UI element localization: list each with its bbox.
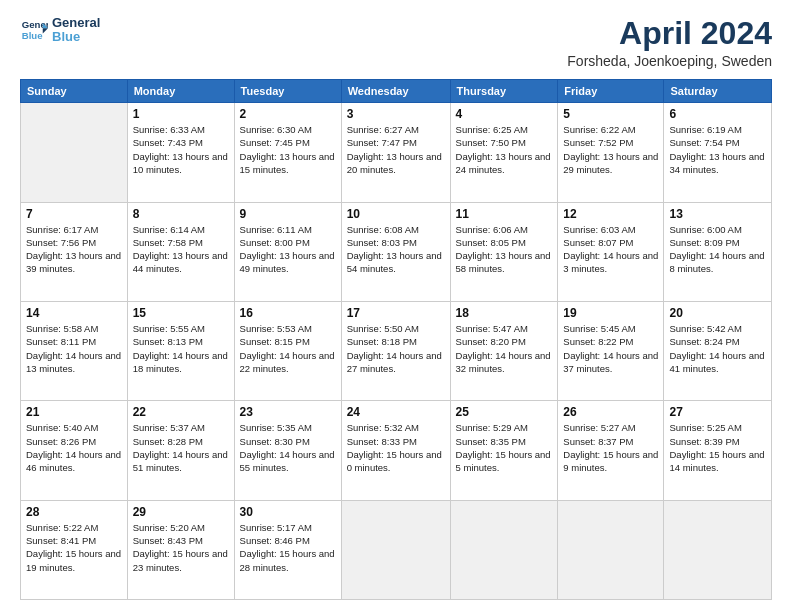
calendar-cell: 10Sunrise: 6:08 AMSunset: 8:03 PMDayligh…: [341, 202, 450, 301]
calendar-cell: 26Sunrise: 5:27 AMSunset: 8:37 PMDayligh…: [558, 401, 664, 500]
col-header-friday: Friday: [558, 80, 664, 103]
calendar-cell: 30Sunrise: 5:17 AMSunset: 8:46 PMDayligh…: [234, 500, 341, 599]
calendar-cell: 14Sunrise: 5:58 AMSunset: 8:11 PMDayligh…: [21, 301, 128, 400]
col-header-sunday: Sunday: [21, 80, 128, 103]
calendar-cell: 12Sunrise: 6:03 AMSunset: 8:07 PMDayligh…: [558, 202, 664, 301]
calendar-cell: 5Sunrise: 6:22 AMSunset: 7:52 PMDaylight…: [558, 103, 664, 202]
calendar-cell: 23Sunrise: 5:35 AMSunset: 8:30 PMDayligh…: [234, 401, 341, 500]
calendar-cell: 27Sunrise: 5:25 AMSunset: 8:39 PMDayligh…: [664, 401, 772, 500]
calendar-cell: 9Sunrise: 6:11 AMSunset: 8:00 PMDaylight…: [234, 202, 341, 301]
col-header-wednesday: Wednesday: [341, 80, 450, 103]
calendar-cell: 8Sunrise: 6:14 AMSunset: 7:58 PMDaylight…: [127, 202, 234, 301]
day-info: Sunrise: 5:20 AMSunset: 8:43 PMDaylight:…: [133, 521, 229, 574]
calendar-cell: 17Sunrise: 5:50 AMSunset: 8:18 PMDayligh…: [341, 301, 450, 400]
day-info: Sunrise: 5:55 AMSunset: 8:13 PMDaylight:…: [133, 322, 229, 375]
page: General Blue General Blue April 2024 For…: [0, 0, 792, 612]
day-number: 3: [347, 107, 445, 121]
day-info: Sunrise: 5:35 AMSunset: 8:30 PMDaylight:…: [240, 421, 336, 474]
calendar-cell: [558, 500, 664, 599]
calendar-cell: 29Sunrise: 5:20 AMSunset: 8:43 PMDayligh…: [127, 500, 234, 599]
calendar-cell: 7Sunrise: 6:17 AMSunset: 7:56 PMDaylight…: [21, 202, 128, 301]
title-block: April 2024 Forsheda, Joenkoeping, Sweden: [567, 16, 772, 69]
day-number: 17: [347, 306, 445, 320]
calendar-table: SundayMondayTuesdayWednesdayThursdayFrid…: [20, 79, 772, 600]
logo-general: General: [52, 16, 100, 30]
day-info: Sunrise: 6:30 AMSunset: 7:45 PMDaylight:…: [240, 123, 336, 176]
day-info: Sunrise: 5:50 AMSunset: 8:18 PMDaylight:…: [347, 322, 445, 375]
day-number: 20: [669, 306, 766, 320]
day-number: 9: [240, 207, 336, 221]
day-info: Sunrise: 5:53 AMSunset: 8:15 PMDaylight:…: [240, 322, 336, 375]
calendar-cell: 16Sunrise: 5:53 AMSunset: 8:15 PMDayligh…: [234, 301, 341, 400]
logo-icon: General Blue: [20, 16, 48, 44]
day-info: Sunrise: 6:00 AMSunset: 8:09 PMDaylight:…: [669, 223, 766, 276]
calendar-cell: 20Sunrise: 5:42 AMSunset: 8:24 PMDayligh…: [664, 301, 772, 400]
calendar-cell: 19Sunrise: 5:45 AMSunset: 8:22 PMDayligh…: [558, 301, 664, 400]
svg-text:Blue: Blue: [22, 30, 43, 41]
calendar-cell: 4Sunrise: 6:25 AMSunset: 7:50 PMDaylight…: [450, 103, 558, 202]
day-info: Sunrise: 6:33 AMSunset: 7:43 PMDaylight:…: [133, 123, 229, 176]
day-info: Sunrise: 6:06 AMSunset: 8:05 PMDaylight:…: [456, 223, 553, 276]
day-info: Sunrise: 5:47 AMSunset: 8:20 PMDaylight:…: [456, 322, 553, 375]
day-info: Sunrise: 5:32 AMSunset: 8:33 PMDaylight:…: [347, 421, 445, 474]
day-number: 27: [669, 405, 766, 419]
calendar-cell: 3Sunrise: 6:27 AMSunset: 7:47 PMDaylight…: [341, 103, 450, 202]
subtitle: Forsheda, Joenkoeping, Sweden: [567, 53, 772, 69]
header: General Blue General Blue April 2024 For…: [20, 16, 772, 69]
day-info: Sunrise: 5:25 AMSunset: 8:39 PMDaylight:…: [669, 421, 766, 474]
day-number: 7: [26, 207, 122, 221]
day-number: 4: [456, 107, 553, 121]
calendar-cell: 2Sunrise: 6:30 AMSunset: 7:45 PMDaylight…: [234, 103, 341, 202]
calendar-cell: [341, 500, 450, 599]
day-number: 28: [26, 505, 122, 519]
day-number: 15: [133, 306, 229, 320]
day-number: 21: [26, 405, 122, 419]
day-number: 10: [347, 207, 445, 221]
calendar-cell: [21, 103, 128, 202]
calendar-cell: [450, 500, 558, 599]
day-number: 19: [563, 306, 658, 320]
day-number: 26: [563, 405, 658, 419]
logo: General Blue General Blue: [20, 16, 100, 45]
day-info: Sunrise: 6:08 AMSunset: 8:03 PMDaylight:…: [347, 223, 445, 276]
col-header-monday: Monday: [127, 80, 234, 103]
col-header-thursday: Thursday: [450, 80, 558, 103]
day-number: 11: [456, 207, 553, 221]
day-number: 30: [240, 505, 336, 519]
day-info: Sunrise: 6:19 AMSunset: 7:54 PMDaylight:…: [669, 123, 766, 176]
day-info: Sunrise: 6:14 AMSunset: 7:58 PMDaylight:…: [133, 223, 229, 276]
logo-blue: Blue: [52, 30, 100, 44]
calendar-cell: 24Sunrise: 5:32 AMSunset: 8:33 PMDayligh…: [341, 401, 450, 500]
calendar-cell: 11Sunrise: 6:06 AMSunset: 8:05 PMDayligh…: [450, 202, 558, 301]
day-info: Sunrise: 6:11 AMSunset: 8:00 PMDaylight:…: [240, 223, 336, 276]
day-number: 16: [240, 306, 336, 320]
day-info: Sunrise: 6:17 AMSunset: 7:56 PMDaylight:…: [26, 223, 122, 276]
calendar-cell: 21Sunrise: 5:40 AMSunset: 8:26 PMDayligh…: [21, 401, 128, 500]
calendar-cell: [664, 500, 772, 599]
day-info: Sunrise: 5:17 AMSunset: 8:46 PMDaylight:…: [240, 521, 336, 574]
calendar-cell: 1Sunrise: 6:33 AMSunset: 7:43 PMDaylight…: [127, 103, 234, 202]
calendar-cell: 28Sunrise: 5:22 AMSunset: 8:41 PMDayligh…: [21, 500, 128, 599]
day-number: 18: [456, 306, 553, 320]
day-info: Sunrise: 5:29 AMSunset: 8:35 PMDaylight:…: [456, 421, 553, 474]
col-header-tuesday: Tuesday: [234, 80, 341, 103]
calendar-cell: 15Sunrise: 5:55 AMSunset: 8:13 PMDayligh…: [127, 301, 234, 400]
main-title: April 2024: [567, 16, 772, 51]
col-header-saturday: Saturday: [664, 80, 772, 103]
day-info: Sunrise: 5:27 AMSunset: 8:37 PMDaylight:…: [563, 421, 658, 474]
day-number: 29: [133, 505, 229, 519]
day-info: Sunrise: 5:42 AMSunset: 8:24 PMDaylight:…: [669, 322, 766, 375]
day-info: Sunrise: 6:22 AMSunset: 7:52 PMDaylight:…: [563, 123, 658, 176]
day-info: Sunrise: 5:22 AMSunset: 8:41 PMDaylight:…: [26, 521, 122, 574]
day-number: 13: [669, 207, 766, 221]
day-number: 8: [133, 207, 229, 221]
day-number: 6: [669, 107, 766, 121]
calendar-cell: 25Sunrise: 5:29 AMSunset: 8:35 PMDayligh…: [450, 401, 558, 500]
calendar-cell: 18Sunrise: 5:47 AMSunset: 8:20 PMDayligh…: [450, 301, 558, 400]
calendar-cell: 6Sunrise: 6:19 AMSunset: 7:54 PMDaylight…: [664, 103, 772, 202]
day-number: 22: [133, 405, 229, 419]
day-number: 5: [563, 107, 658, 121]
day-info: Sunrise: 5:40 AMSunset: 8:26 PMDaylight:…: [26, 421, 122, 474]
day-number: 14: [26, 306, 122, 320]
day-info: Sunrise: 6:03 AMSunset: 8:07 PMDaylight:…: [563, 223, 658, 276]
